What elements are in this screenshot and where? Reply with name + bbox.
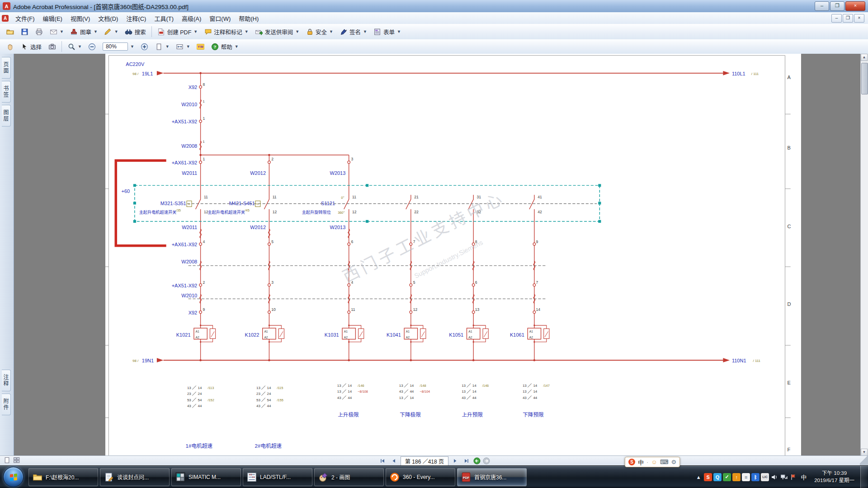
panel-tab-layers[interactable]: 图层	[2, 105, 11, 127]
tray-volume-icon[interactable]	[770, 473, 778, 481]
taskbar-item-2[interactable]: SIMATIC M...	[171, 468, 241, 486]
schematic-label: A1	[529, 330, 533, 333]
open-button[interactable]	[3, 26, 17, 38]
pdf-page-schematic[interactable]: AC220V98 /19L1110L1/ 111X928W20101+AX51-…	[105, 54, 801, 456]
taskbar-item-1[interactable]: 谈谈封点问...	[100, 468, 170, 486]
scrollbar-thumb[interactable]	[861, 63, 868, 94]
menu-item-advanced[interactable]: 高级(A)	[178, 13, 205, 24]
tray-expand-icon[interactable]: ▲	[694, 473, 703, 481]
sogou-bar-item-4[interactable]: ⚙	[671, 459, 676, 465]
hand-tool-button[interactable]	[3, 41, 17, 52]
scroll-down-icon[interactable]: ▼	[861, 449, 868, 456]
taskbar-item-5[interactable]: 360 - Every...	[386, 468, 455, 486]
tray-license-icon[interactable]: LIC	[761, 473, 769, 481]
mdi-minimize-button[interactable]: –	[831, 14, 842, 23]
menu-item-tools[interactable]: 工具(T)	[150, 13, 178, 24]
show-desktop-button[interactable]	[860, 466, 867, 488]
search-button[interactable]: 搜索	[122, 26, 149, 38]
menu-item-edit[interactable]: 编辑(E)	[39, 13, 66, 24]
email-button[interactable]: ▼	[47, 26, 66, 38]
taskbar-item-0[interactable]: F:\赵根海20...	[28, 468, 98, 486]
vertical-scrollbar[interactable]: ▲ ▼	[860, 54, 868, 456]
input-language-indicator[interactable]: 中	[799, 473, 808, 481]
ym-button[interactable]: Y!M	[194, 41, 208, 52]
next-view-icon[interactable]	[483, 457, 490, 465]
menu-item-window[interactable]: 窗口(W)	[205, 13, 235, 24]
menu-item-file[interactable]: 文件(F)	[11, 13, 39, 24]
next-page-icon[interactable]	[451, 457, 460, 465]
fit-width-button[interactable]: ▼	[173, 41, 193, 52]
start-button[interactable]	[3, 467, 24, 487]
envelope-icon	[49, 28, 57, 36]
mdi-close-button[interactable]: ×	[854, 14, 864, 23]
panel-tab-attachments[interactable]: 附件	[2, 394, 11, 415]
help-button[interactable]: ?帮助▼	[208, 41, 241, 53]
snapshot-tool-button[interactable]	[45, 41, 59, 52]
menu-item-view[interactable]: 视图(V)	[66, 13, 94, 24]
sogou-bar-item-3[interactable]: ⌨	[660, 459, 669, 465]
page-layout-single-icon[interactable]	[4, 457, 10, 465]
help-icon: ?	[211, 42, 219, 51]
highlight-button[interactable]: ▼	[101, 26, 121, 38]
panel-tab-pages[interactable]: 页面	[2, 57, 11, 79]
zoom-tool-button[interactable]: ▼	[65, 41, 85, 52]
page-number-field[interactable]: 第 186 ／418 页	[401, 456, 448, 466]
tray-sogou-icon[interactable]: S	[704, 473, 712, 481]
zoom-level-button[interactable]: 80%▼	[100, 41, 137, 52]
zoom-in-button[interactable]	[138, 41, 151, 52]
create-pdf-button[interactable]: 创建 PDF▼	[155, 26, 200, 38]
minimize-button[interactable]: –	[815, 1, 829, 11]
panel-tab-comments[interactable]: 注释	[2, 370, 11, 391]
secure-button[interactable]: 安全▼	[303, 26, 336, 38]
svg-text:24: 24	[198, 392, 202, 396]
fit-page-button[interactable]: ▼	[152, 41, 172, 52]
svg-text:/155: /155	[277, 398, 283, 402]
page-layout-continuous-icon[interactable]	[13, 457, 20, 465]
panel-tab-bookmarks[interactable]: 书签	[2, 81, 11, 103]
taskbar-item-3[interactable]: LAD/STL/F...	[243, 468, 312, 486]
sogou-bar-item-0[interactable]: 中	[638, 458, 644, 466]
sogou-bar-item-1[interactable]: ·	[646, 459, 648, 465]
send-review-button[interactable]: 发送供审阅▼	[252, 26, 302, 38]
menu-item-help[interactable]: 帮助(H)	[235, 13, 263, 24]
sogou-bar-item-2[interactable]: ☺	[651, 459, 657, 465]
taskbar-clock[interactable]: 下午 10:39 2019/6/17 星期一	[810, 470, 859, 484]
taskbar-item-6[interactable]: PDF首钢京唐36...	[457, 468, 527, 486]
schematic-label: W2011	[182, 170, 197, 176]
sign-button[interactable]: 签名▼	[337, 26, 370, 38]
tray-bluetooth-icon[interactable]: ᛒ	[751, 473, 760, 481]
previous-view-icon[interactable]	[473, 457, 481, 465]
forms-button[interactable]: 表单▼	[371, 26, 404, 38]
tray-notes-icon[interactable]: ≡	[742, 473, 750, 481]
dropdown-caret-icon: ▼	[130, 44, 134, 49]
tray-action-center-icon[interactable]	[789, 473, 797, 481]
close-button[interactable]: ×	[845, 1, 865, 11]
schematic-label: 下降预限	[523, 412, 544, 418]
document-area[interactable]: AC220V98 /19L1110L1/ 111X928W20101+AX51-…	[14, 54, 861, 456]
print-button[interactable]	[32, 26, 46, 38]
maximize-button[interactable]: ❐	[830, 1, 844, 11]
first-page-icon[interactable]	[378, 457, 387, 465]
comment-markup-button[interactable]: 注释和标记▼	[201, 26, 251, 38]
toolbar-divider	[151, 26, 152, 37]
scroll-up-icon[interactable]: ▲	[861, 54, 868, 61]
svg-text:14: 14	[348, 389, 352, 394]
sogou-logo-icon[interactable]: S	[628, 459, 635, 465]
stamp-button[interactable]: 图章▼	[67, 26, 100, 38]
tray-qq-icon[interactable]: Q	[713, 473, 722, 481]
svg-text:13: 13	[337, 384, 341, 388]
tray-network-icon[interactable]	[780, 473, 788, 481]
select-tool-button[interactable]: 选择	[18, 41, 44, 53]
last-page-icon[interactable]	[462, 457, 471, 465]
tray-antivirus-icon[interactable]: ✓	[723, 473, 731, 481]
menu-item-comments[interactable]: 注释(C)	[122, 13, 150, 24]
taskbar-item-4[interactable]: 2 - 画图	[314, 468, 384, 486]
zoom-out-button[interactable]	[85, 41, 99, 52]
menu-item-document[interactable]: 文档(D)	[94, 13, 122, 24]
previous-page-icon[interactable]	[389, 457, 398, 465]
schematic-label: 19N1	[142, 358, 154, 363]
save-button[interactable]	[18, 26, 31, 38]
mdi-restore-button[interactable]: ❐	[843, 14, 853, 23]
sogou-input-bar[interactable]: S 中·☺⌨⚙	[625, 457, 680, 467]
tray-update-icon[interactable]: ↑	[732, 473, 741, 481]
